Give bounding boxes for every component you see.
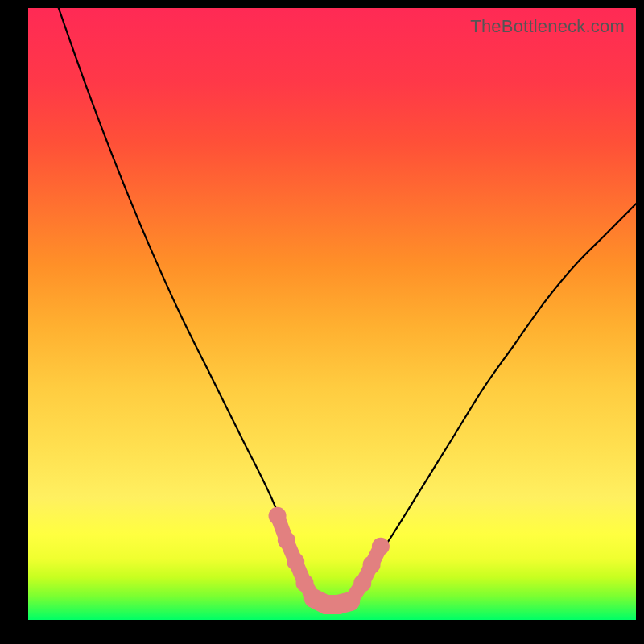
plot-area: TheBottleneck.com: [28, 8, 636, 620]
marker-point: [287, 553, 304, 571]
chart-frame: TheBottleneck.com: [0, 0, 644, 644]
marker-point: [353, 574, 371, 592]
marker-point: [269, 507, 287, 525]
chart-svg: [28, 8, 636, 620]
marker-point: [296, 574, 314, 592]
curve-group: [59, 8, 636, 605]
marker-point: [372, 538, 390, 555]
marker-group: [269, 507, 390, 613]
marker-point: [278, 531, 295, 549]
curve-right-branch: [350, 204, 636, 601]
marker-point: [363, 556, 381, 574]
marker-point: [341, 592, 359, 610]
